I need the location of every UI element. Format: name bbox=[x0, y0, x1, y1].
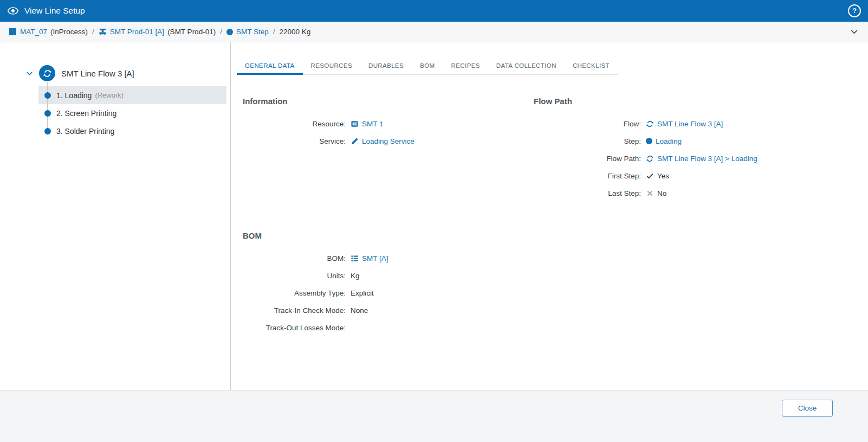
field-row-step: Step: Loading bbox=[534, 132, 868, 150]
general-data-panel: Information Resource: SMT 1 Service: Loa… bbox=[243, 97, 868, 336]
field-label: Units: bbox=[243, 272, 346, 280]
service-pencil-icon bbox=[351, 137, 359, 145]
field-row-track-out-losses-mode: Track-Out Losses Mode: bbox=[243, 319, 534, 336]
tree-step-loading[interactable]: 1. Loading (Rework) bbox=[38, 86, 226, 104]
flow-icon bbox=[646, 120, 654, 128]
detail-panel: GENERAL DATA RESOURCES DURABLES BOM RECI… bbox=[231, 42, 868, 390]
tab-resources[interactable]: RESOURCES bbox=[303, 57, 360, 74]
assembly-type-value: Explicit bbox=[351, 289, 374, 297]
tab-recipes[interactable]: RECIPES bbox=[443, 57, 488, 74]
quantity-value: 22000 Kg bbox=[279, 28, 310, 36]
close-button[interactable]: Close bbox=[782, 400, 833, 417]
tree-step-screen-printing[interactable]: 2. Screen Printing bbox=[38, 104, 226, 122]
step-label: 3. Solder Printing bbox=[56, 127, 114, 136]
tree-step-list: 1. Loading (Rework) 2. Screen Printing 3… bbox=[0, 86, 230, 140]
step-dot-icon bbox=[44, 92, 51, 99]
breadcrumb-resource: SMT Prod-01 [A] (SMT Prod-01) bbox=[99, 28, 216, 36]
breadcrumb-step: SMT Step bbox=[226, 28, 269, 36]
page-title: View Line Setup bbox=[24, 6, 85, 16]
field-value: Loading bbox=[656, 137, 682, 145]
field-label: Track-In Check Mode: bbox=[243, 306, 346, 315]
field-value: Loading Service bbox=[362, 137, 414, 145]
field-row-bom: BOM: SMT [A] bbox=[243, 249, 534, 267]
field-row-last-step: Last Step: No bbox=[534, 184, 868, 202]
resource-link[interactable]: SMT 1 bbox=[351, 120, 384, 128]
flow-link[interactable]: SMT Line Flow 3 [A] bbox=[646, 120, 723, 128]
first-step-value: Yes bbox=[646, 172, 669, 180]
step-suffix: (Rework) bbox=[95, 91, 124, 99]
title-bar: View Line Setup ? bbox=[0, 0, 868, 22]
tab-general-data[interactable]: GENERAL DATA bbox=[237, 57, 303, 74]
tab-data-collection[interactable]: DATA COLLECTION bbox=[488, 57, 565, 74]
step-link[interactable]: SMT Step bbox=[236, 28, 269, 36]
cross-icon bbox=[646, 189, 654, 197]
flow-path-link[interactable]: SMT Line Flow 3 [A] > Loading bbox=[646, 155, 757, 163]
field-label: BOM: bbox=[243, 254, 346, 262]
material-state: (InProcess) bbox=[50, 28, 88, 36]
main-area: SMT Line Flow 3 [A] 1. Loading (Rework) … bbox=[0, 42, 868, 390]
resource-alias: (SMT Prod-01) bbox=[167, 28, 216, 36]
bom-section-title: BOM bbox=[243, 231, 534, 240]
information-section-title: Information bbox=[243, 97, 534, 106]
field-value: None bbox=[351, 306, 368, 315]
field-label: Assembly Type: bbox=[243, 289, 346, 297]
chevron-down-icon[interactable] bbox=[25, 69, 34, 78]
tab-bom[interactable]: BOM bbox=[412, 57, 443, 74]
field-label: First Step: bbox=[534, 172, 641, 180]
field-value: SMT [A] bbox=[362, 254, 388, 262]
service-link[interactable]: Loading Service bbox=[351, 137, 414, 145]
left-column: Information Resource: SMT 1 Service: Loa… bbox=[243, 97, 534, 336]
breadcrumb: MAT_07 (InProcess) / SMT Prod-01 [A] (SM… bbox=[0, 22, 868, 42]
tree-root-flow[interactable]: SMT Line Flow 3 [A] bbox=[25, 65, 230, 81]
field-value: No bbox=[657, 189, 666, 197]
flow-icon bbox=[43, 69, 52, 78]
resource-icon bbox=[351, 120, 359, 128]
help-glyph: ? bbox=[852, 7, 857, 15]
field-label: Flow: bbox=[534, 120, 641, 128]
chevron-down-icon[interactable] bbox=[850, 27, 859, 36]
eye-icon bbox=[7, 5, 19, 17]
machine-icon bbox=[99, 28, 107, 36]
flow-badge-icon bbox=[39, 65, 55, 81]
dialog-footer: Close bbox=[0, 390, 868, 442]
field-label: Service: bbox=[243, 137, 346, 145]
field-value: Explicit bbox=[351, 289, 374, 297]
field-value: Kg bbox=[351, 272, 360, 280]
tree-step-solder-printing[interactable]: 3. Solder Printing bbox=[38, 122, 226, 140]
field-value: SMT 1 bbox=[362, 120, 384, 128]
resource-link[interactable]: SMT Prod-01 [A] bbox=[110, 28, 164, 36]
tab-durables[interactable]: DURABLES bbox=[360, 57, 412, 74]
flow-tree-panel: SMT Line Flow 3 [A] 1. Loading (Rework) … bbox=[0, 42, 231, 390]
step-link[interactable]: Loading bbox=[646, 137, 682, 145]
tree-root-label: SMT Line Flow 3 [A] bbox=[61, 69, 134, 78]
field-row-flow: Flow: SMT Line Flow 3 [A] bbox=[534, 115, 868, 132]
last-step-value: No bbox=[646, 189, 666, 197]
check-icon bbox=[646, 172, 654, 180]
field-value: SMT Line Flow 3 [A] bbox=[657, 120, 723, 128]
field-label: Track-Out Losses Mode: bbox=[243, 324, 346, 332]
flow-path-section-title: Flow Path bbox=[534, 97, 868, 106]
field-label: Flow Path: bbox=[534, 155, 641, 163]
tab-checklist[interactable]: CHECKLIST bbox=[565, 57, 618, 74]
field-label: Step: bbox=[534, 137, 641, 145]
material-icon bbox=[9, 28, 16, 35]
step-label: 2. Screen Printing bbox=[56, 109, 116, 118]
field-row-service: Service: Loading Service bbox=[243, 132, 534, 150]
bom-link[interactable]: SMT [A] bbox=[351, 254, 388, 262]
track-in-check-mode-value: None bbox=[351, 306, 368, 315]
breadcrumb-separator: / bbox=[273, 28, 275, 36]
material-link[interactable]: MAT_07 bbox=[20, 28, 47, 36]
right-column: Flow Path Flow: SMT Line Flow 3 [A] Step… bbox=[534, 97, 868, 336]
help-icon[interactable]: ? bbox=[848, 4, 861, 17]
tree-connector-line bbox=[47, 82, 48, 131]
bom-list-icon bbox=[351, 254, 359, 262]
field-row-flow-path: Flow Path: SMT Line Flow 3 [A] > Loading bbox=[534, 150, 868, 167]
step-dot-icon bbox=[44, 110, 51, 117]
step-dot-icon bbox=[44, 128, 51, 134]
breadcrumb-material: MAT_07 (InProcess) bbox=[9, 28, 88, 36]
tab-bar: GENERAL DATA RESOURCES DURABLES BOM RECI… bbox=[237, 57, 618, 75]
field-row-resource: Resource: SMT 1 bbox=[243, 115, 534, 132]
step-label: 1. Loading bbox=[56, 91, 92, 100]
field-value: SMT Line Flow 3 [A] > Loading bbox=[657, 155, 757, 163]
field-label: Last Step: bbox=[534, 189, 641, 197]
